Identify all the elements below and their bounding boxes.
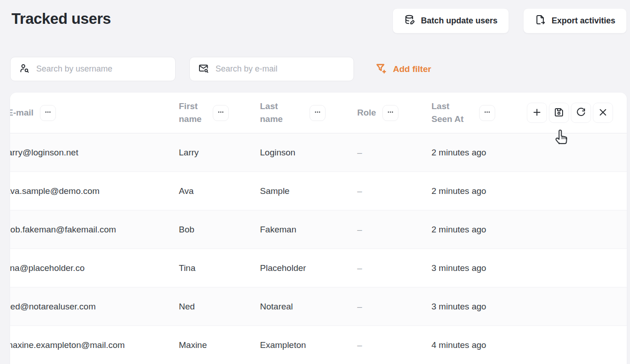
last-name-column-menu-button[interactable]	[309, 105, 326, 121]
username-search-input[interactable]	[36, 64, 168, 74]
cell-last-name: Placeholder	[260, 263, 357, 273]
refresh-button[interactable]	[571, 103, 591, 123]
cell-last-seen: 2 minutes ago	[431, 186, 519, 196]
ellipsis-icon	[314, 109, 321, 117]
file-export-icon	[535, 14, 546, 28]
database-edit-icon	[404, 14, 415, 28]
cell-first-name: Ava	[179, 186, 260, 196]
email-column-menu-button[interactable]	[40, 105, 56, 121]
cell-first-name: Ned	[179, 302, 260, 312]
last-seen-column-menu-button[interactable]	[479, 105, 495, 121]
cell-last-name: Notareal	[260, 302, 357, 312]
username-search-field	[10, 57, 176, 81]
ellipsis-icon	[44, 109, 51, 117]
mail-search-icon	[198, 63, 209, 76]
cell-first-name: Maxine	[179, 340, 260, 350]
export-activities-label: Export activities	[552, 16, 615, 26]
cell-email: larry@loginson.net	[10, 148, 179, 158]
column-header-email: E-mail	[10, 106, 33, 119]
cell-email: tina@placeholder.co	[10, 263, 179, 273]
email-search-field	[189, 57, 354, 81]
batch-update-users-label: Batch update users	[421, 16, 497, 26]
email-search-input[interactable]	[216, 64, 346, 74]
table-row[interactable]: larry@loginson.net Larry Loginson – 2 mi…	[10, 133, 627, 172]
cell-last-seen: 3 minutes ago	[431, 263, 519, 273]
filter-plus-icon	[375, 62, 387, 77]
cell-role: –	[357, 225, 431, 235]
ellipsis-icon	[387, 109, 394, 117]
add-filter-label: Add filter	[393, 64, 431, 74]
cell-role: –	[357, 263, 431, 273]
column-header-role: Role	[357, 106, 376, 119]
add-filter-button[interactable]: Add filter	[375, 62, 431, 76]
column-header-last-seen-at: Last Seen At	[431, 100, 469, 126]
cell-role: –	[357, 302, 431, 312]
cell-email: ned@notarealuser.com	[10, 302, 179, 312]
cell-email: maxine.exampleton@mail.com	[10, 340, 179, 350]
cell-last-seen: 4 minutes ago	[431, 340, 519, 350]
cell-last-name: Loginson	[260, 148, 357, 158]
table-row[interactable]: bob.fakeman@fakemail.com Bob Fakeman – 2…	[10, 210, 627, 249]
cell-role: –	[357, 340, 431, 350]
cell-last-seen: 2 minutes ago	[431, 148, 519, 158]
table-row[interactable]: ned@notarealuser.com Ned Notareal – 3 mi…	[10, 287, 627, 326]
first-name-column-menu-button[interactable]	[213, 105, 229, 121]
close-button[interactable]	[593, 103, 613, 123]
ellipsis-icon	[484, 109, 491, 117]
cell-role: –	[357, 148, 431, 158]
close-icon	[597, 107, 608, 119]
refresh-icon	[575, 107, 586, 119]
user-search-icon	[19, 63, 30, 76]
table-header-row: E-mail First name Last name	[10, 93, 627, 133]
cell-last-name: Fakeman	[260, 225, 357, 235]
cell-email: ava.sample@demo.com	[10, 186, 179, 196]
role-column-menu-button[interactable]	[382, 105, 398, 121]
add-row-button[interactable]	[527, 103, 547, 123]
cell-first-name: Larry	[179, 148, 260, 158]
batch-update-users-button[interactable]: Batch update users	[392, 8, 509, 33]
cell-first-name: Bob	[179, 225, 260, 235]
save-button[interactable]	[549, 103, 569, 123]
table-row[interactable]: tina@placeholder.co Tina Placeholder – 3…	[10, 249, 627, 287]
save-icon	[553, 107, 564, 119]
column-header-last-name: Last name	[260, 100, 289, 126]
cell-role: –	[357, 186, 431, 196]
tracked-users-table: E-mail First name Last name	[10, 93, 627, 364]
column-header-first-name: First name	[179, 100, 208, 126]
cell-first-name: Tina	[179, 263, 260, 273]
table-row[interactable]: ava.sample@demo.com Ava Sample – 2 minut…	[10, 172, 627, 210]
plus-icon	[531, 107, 542, 119]
cell-last-seen: 2 minutes ago	[431, 225, 519, 235]
cell-last-name: Exampleton	[260, 340, 357, 350]
export-activities-button[interactable]: Export activities	[523, 8, 627, 33]
ellipsis-icon	[217, 109, 224, 117]
cell-email: bob.fakeman@fakemail.com	[10, 225, 179, 235]
cell-last-name: Sample	[260, 186, 357, 196]
table-row[interactable]: maxine.exampleton@mail.com Maxine Exampl…	[10, 326, 627, 364]
cell-last-seen: 3 minutes ago	[431, 302, 519, 312]
page-title: Tracked users	[11, 10, 111, 28]
